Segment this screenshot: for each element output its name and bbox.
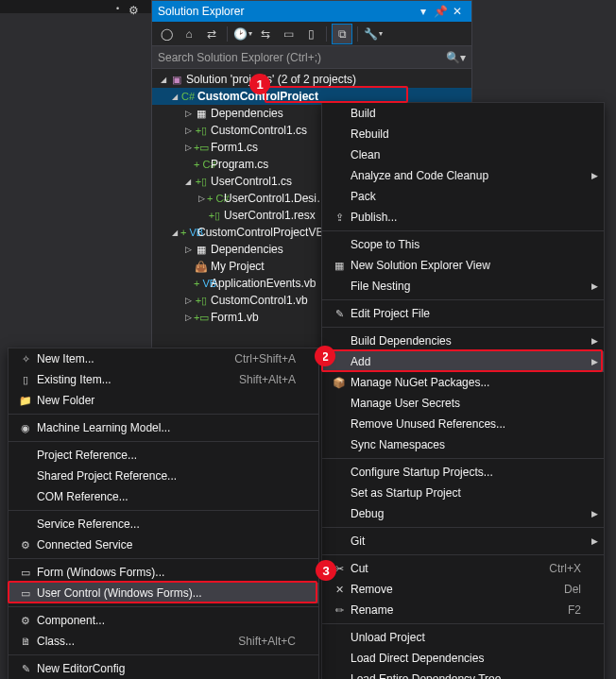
context-menu-item[interactable]: Sync Namespaces [322, 434, 604, 455]
context-menu-item[interactable]: Clean [322, 144, 604, 165]
pin-icon[interactable]: 📌 [432, 5, 449, 18]
properties-icon[interactable]: 🔧 [363, 24, 384, 44]
context-menu-item[interactable]: ✂CutCtrl+X [322, 558, 604, 579]
add-menu-item[interactable]: COM Reference... [9, 486, 318, 507]
menu-item-label: Manage User Secrets [349, 397, 581, 410]
menu-item-icon: ⚙ [16, 615, 35, 627]
add-menu-item[interactable]: ✧New Item...Ctrl+Shift+A [9, 348, 318, 369]
menu-separator [9, 606, 318, 607]
menu-item-label: Add [349, 355, 581, 368]
context-menu-item[interactable]: Remove Unused References... [322, 414, 604, 434]
menu-item-label: Clean [349, 148, 581, 161]
menu-item-shortcut: Shift+Alt+C [219, 635, 296, 648]
context-menu-item[interactable]: Load Direct Dependencies [322, 648, 604, 669]
context-menu-item[interactable]: Load Entire Dependency Tree [322, 669, 604, 679]
menu-item-icon: ⚙ [16, 539, 35, 552]
menu-item-label: Component... [35, 614, 296, 627]
menu-item-icon: ▦ [330, 260, 349, 272]
project-context-menu: BuildRebuildCleanAnalyze and Code Cleanu… [321, 102, 605, 679]
nav-back-icon[interactable]: ◯ [156, 24, 177, 44]
menu-item-shortcut: F2 [549, 603, 581, 617]
context-menu-item[interactable]: Analyze and Code Cleanup▶ [322, 165, 604, 186]
menu-item-icon: 🗎 [16, 636, 35, 647]
menu-separator [9, 558, 318, 559]
submenu-arrow-icon: ▶ [591, 357, 598, 366]
menu-item-label: New Item... [35, 352, 215, 365]
menu-item-label: New EditorConfig [35, 662, 296, 675]
add-menu-item[interactable]: ▭Form (Windows Forms)... [9, 562, 318, 583]
menu-item-label: New Solution Explorer View [349, 259, 581, 272]
context-menu-item[interactable]: 📦Manage NuGet Packages... [322, 372, 604, 393]
menu-item-label: Remove Unused References... [349, 417, 581, 431]
context-menu-item[interactable]: Pack [322, 186, 604, 207]
context-menu-item[interactable]: Build Dependencies▶ [322, 331, 604, 351]
gear-icon[interactable]: ⚙ [128, 4, 139, 17]
context-menu-item[interactable]: ▦New Solution Explorer View [322, 255, 604, 276]
menu-item-shortcut: Del [545, 583, 581, 596]
menu-item-label: Shared Project Reference... [35, 469, 296, 483]
menu-item-label: Rename [349, 603, 549, 617]
context-menu-item[interactable]: Configure Startup Projects... [322, 462, 604, 483]
dropdown-icon[interactable]: ▾ [415, 5, 432, 18]
context-menu-item[interactable]: Add▶ [322, 351, 604, 372]
search-icon[interactable]: 🔍▾ [446, 51, 466, 64]
preview-selected-icon[interactable]: ⧉ [332, 24, 352, 44]
close-icon[interactable]: ✕ [449, 5, 466, 18]
add-menu-item[interactable]: ⚙Connected Service [9, 535, 318, 555]
context-menu-item[interactable]: Git▶ [322, 531, 604, 552]
panel-titlebar: Solution Explorer ▾ 📌 ✕ [152, 1, 471, 22]
submenu-arrow-icon: ▶ [591, 336, 598, 346]
switch-views-icon[interactable]: ⇄ [201, 24, 222, 44]
add-menu-item[interactable]: 📁New Folder [9, 390, 318, 411]
panel-toolbar: ◯ ⌂ ⇄ 🕑 ⇆ ▭ ▯ ⧉ 🔧 [152, 22, 471, 46]
pending-changes-icon[interactable]: 🕑 [232, 24, 253, 44]
context-menu-item[interactable]: Set as Startup Project [322, 483, 604, 503]
menu-item-icon: ▭ [16, 567, 35, 579]
menu-item-label: Configure Startup Projects... [349, 466, 581, 479]
menu-item-icon: ◉ [16, 422, 35, 434]
context-menu-item[interactable]: Manage User Secrets [322, 393, 604, 414]
context-menu-item[interactable]: ✏RenameF2 [322, 600, 604, 620]
add-menu-item[interactable]: ▭User Control (Windows Forms)... [9, 583, 318, 603]
context-menu-item[interactable]: Unload Project [322, 627, 604, 648]
menu-item-label: COM Reference... [35, 490, 296, 503]
add-menu-item[interactable]: ⚙Component... [9, 610, 318, 631]
context-menu-item[interactable]: Rebuild [322, 124, 604, 144]
collapse-all-icon[interactable]: ▭ [278, 24, 299, 44]
menu-item-label: Git [349, 535, 581, 548]
home-icon[interactable]: ⌂ [179, 24, 199, 44]
add-menu-item[interactable]: ✎New EditorConfig [9, 658, 318, 679]
menu-item-label: Form (Windows Forms)... [35, 566, 296, 579]
menu-separator [322, 458, 604, 459]
add-menu-item[interactable]: Project Reference... [9, 445, 318, 466]
menu-item-label: Class... [35, 635, 219, 648]
add-menu-item[interactable]: 🗎Class...Shift+Alt+C [9, 631, 318, 652]
context-menu-item[interactable]: ✕RemoveDel [322, 579, 604, 600]
menu-item-label: Debug [349, 507, 581, 520]
sync-icon[interactable]: ⇆ [255, 24, 276, 44]
add-menu-item[interactable]: ▯Existing Item...Shift+Alt+A [9, 369, 318, 390]
context-menu-item[interactable]: Build [322, 103, 604, 124]
show-all-files-icon[interactable]: ▯ [300, 24, 321, 44]
menu-item-label: Edit Project File [349, 307, 581, 320]
context-menu-item[interactable]: Scope to This [322, 234, 604, 255]
add-menu-item[interactable]: ◉Machine Learning Model... [9, 417, 318, 438]
menu-item-label: New Folder [35, 394, 296, 407]
menu-item-icon: 📁 [16, 395, 35, 407]
menu-item-icon: ✂ [330, 563, 349, 575]
menu-item-icon: ▭ [16, 587, 35, 600]
search-input[interactable] [158, 51, 446, 64]
menu-item-shortcut: Ctrl+Shift+A [215, 352, 296, 365]
context-menu-item[interactable]: File Nesting▶ [322, 276, 604, 297]
add-menu-item[interactable]: Shared Project Reference... [9, 466, 318, 486]
context-menu-item[interactable]: Debug▶ [322, 503, 604, 524]
menu-item-label: Scope to This [349, 238, 581, 251]
context-menu-item[interactable]: ⇪Publish... [322, 207, 604, 228]
add-menu-item[interactable]: Service Reference... [9, 514, 318, 535]
search-bar: 🔍▾ [152, 46, 471, 69]
menu-separator [322, 527, 604, 528]
context-menu-item[interactable]: ✎Edit Project File [322, 303, 604, 324]
menu-item-label: Build [349, 107, 581, 120]
solution-node[interactable]: ▣ Solution 'projects' (2 of 2 projects) [152, 71, 471, 88]
menu-item-label: Unload Project [349, 631, 581, 644]
